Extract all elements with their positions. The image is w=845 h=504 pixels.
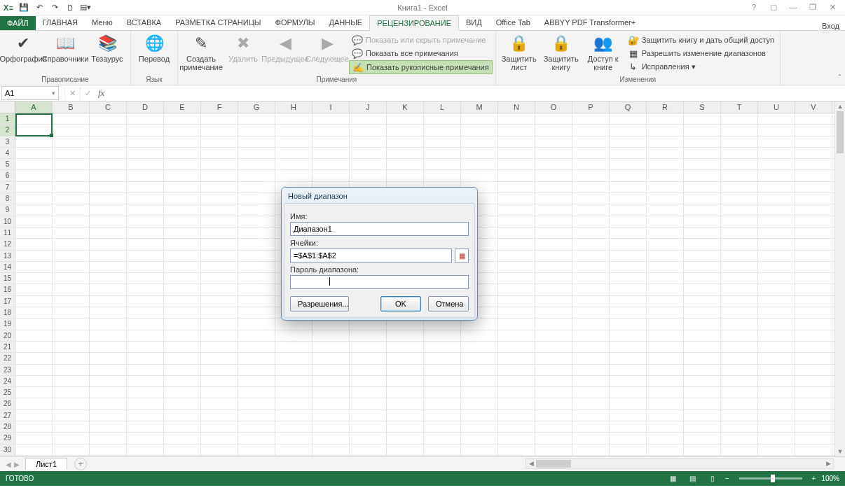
cell[interactable]: [238, 433, 275, 443]
tab-разметка страницы[interactable]: РАЗМЕТКА СТРАНИЦЫ: [168, 15, 268, 30]
cell[interactable]: [201, 421, 238, 432]
scroll-right-icon[interactable]: ▶: [823, 459, 833, 468]
sheet-nav-next-icon[interactable]: ▶: [14, 461, 20, 468]
cell[interactable]: [721, 421, 758, 432]
cell[interactable]: [238, 365, 275, 375]
cell[interactable]: [312, 421, 350, 432]
cell[interactable]: [201, 342, 238, 352]
close-icon[interactable]: ✕: [825, 3, 839, 12]
cell[interactable]: [572, 365, 610, 375]
cell[interactable]: [498, 216, 535, 227]
cell[interactable]: [90, 204, 127, 215]
cell[interactable]: [535, 204, 572, 215]
cell[interactable]: [721, 353, 758, 363]
cell[interactable]: [350, 398, 387, 409]
column-header[interactable]: I: [312, 102, 350, 113]
cell[interactable]: [610, 353, 647, 363]
cell[interactable]: [90, 136, 127, 147]
cell[interactable]: [758, 227, 795, 238]
signin-link[interactable]: Вход: [822, 22, 845, 30]
cell[interactable]: [721, 318, 758, 329]
cell[interactable]: [684, 444, 721, 455]
cell[interactable]: [164, 318, 201, 329]
ribbon-button[interactable]: ✔Орфография: [3, 32, 43, 63]
cell[interactable]: [795, 307, 832, 318]
cell[interactable]: [610, 136, 647, 147]
cell[interactable]: [53, 398, 90, 409]
row-header[interactable]: 24: [0, 376, 15, 386]
cell[interactable]: [498, 284, 535, 295]
cell[interactable]: [461, 444, 498, 455]
cell[interactable]: [795, 239, 832, 249]
cell[interactable]: [164, 182, 201, 192]
tab-данные[interactable]: ДАННЫЕ: [322, 15, 369, 30]
cell[interactable]: [350, 136, 387, 147]
cell[interactable]: [610, 216, 647, 227]
cell[interactable]: [90, 410, 127, 421]
cell[interactable]: [15, 227, 53, 238]
cell[interactable]: [572, 284, 610, 295]
cell[interactable]: [127, 342, 164, 352]
cell[interactable]: [238, 113, 275, 124]
cell[interactable]: [610, 262, 647, 272]
cell[interactable]: [647, 193, 684, 204]
cell[interactable]: [164, 193, 201, 204]
cell[interactable]: [610, 296, 647, 307]
collapse-ribbon-icon[interactable]: ˆ: [839, 74, 841, 82]
cell[interactable]: [498, 136, 535, 147]
cell[interactable]: [535, 125, 572, 135]
cell[interactable]: [312, 365, 350, 375]
cell[interactable]: [15, 296, 53, 307]
cell[interactable]: [15, 182, 53, 192]
cell[interactable]: [758, 182, 795, 192]
cell[interactable]: [572, 148, 610, 158]
tab-office tab[interactable]: Office Tab: [489, 15, 537, 30]
cell[interactable]: [127, 387, 164, 398]
cell[interactable]: [721, 262, 758, 272]
cell[interactable]: [498, 365, 535, 375]
cell[interactable]: [684, 273, 721, 284]
cell[interactable]: [201, 398, 238, 409]
cell[interactable]: [350, 421, 387, 432]
cell[interactable]: [795, 330, 832, 341]
cell[interactable]: [387, 376, 424, 386]
tab-abbyy pdf transformer+[interactable]: ABBYY PDF Transformer+: [537, 15, 643, 30]
cell[interactable]: [164, 365, 201, 375]
column-header[interactable]: V: [795, 102, 832, 113]
cell[interactable]: [424, 136, 461, 147]
cell[interactable]: [90, 398, 127, 409]
cell[interactable]: [15, 136, 53, 147]
cell[interactable]: [758, 159, 795, 169]
cell[interactable]: [238, 387, 275, 398]
cell[interactable]: [424, 170, 461, 181]
ribbon-options-icon[interactable]: ▢: [767, 3, 781, 12]
cell[interactable]: [795, 376, 832, 386]
cell[interactable]: [53, 227, 90, 238]
cell[interactable]: [684, 159, 721, 169]
cell[interactable]: [164, 251, 201, 261]
cell[interactable]: [90, 330, 127, 341]
cell[interactable]: [610, 376, 647, 386]
row-header[interactable]: 2: [0, 125, 15, 135]
cell[interactable]: [684, 182, 721, 192]
cell[interactable]: [201, 113, 238, 124]
row-header[interactable]: 7: [0, 182, 15, 192]
cell[interactable]: [53, 365, 90, 375]
cell[interactable]: [461, 330, 498, 341]
cell[interactable]: [758, 365, 795, 375]
cell[interactable]: [795, 204, 832, 215]
cell[interactable]: [647, 262, 684, 272]
cell[interactable]: [201, 307, 238, 318]
cell[interactable]: [201, 376, 238, 386]
cell[interactable]: [350, 444, 387, 455]
cell[interactable]: [275, 330, 312, 341]
cell[interactable]: [758, 398, 795, 409]
cell[interactable]: [164, 307, 201, 318]
table-dropdown-icon[interactable]: ▤▾: [78, 1, 92, 14]
cell[interactable]: [610, 113, 647, 124]
cell[interactable]: [572, 125, 610, 135]
cell[interactable]: [758, 170, 795, 181]
cell[interactable]: [535, 387, 572, 398]
cell[interactable]: [275, 433, 312, 443]
cell[interactable]: [461, 353, 498, 363]
